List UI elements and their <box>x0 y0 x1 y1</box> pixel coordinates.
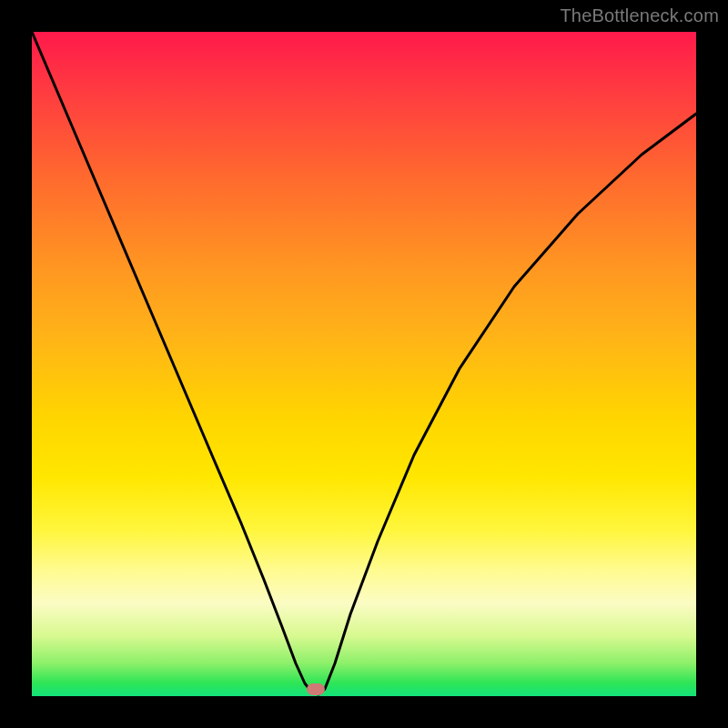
watermark-text: TheBottleneck.com <box>560 5 719 26</box>
bottleneck-curve <box>32 32 696 696</box>
minimum-marker <box>307 683 325 695</box>
chart-plot-area <box>32 32 696 696</box>
